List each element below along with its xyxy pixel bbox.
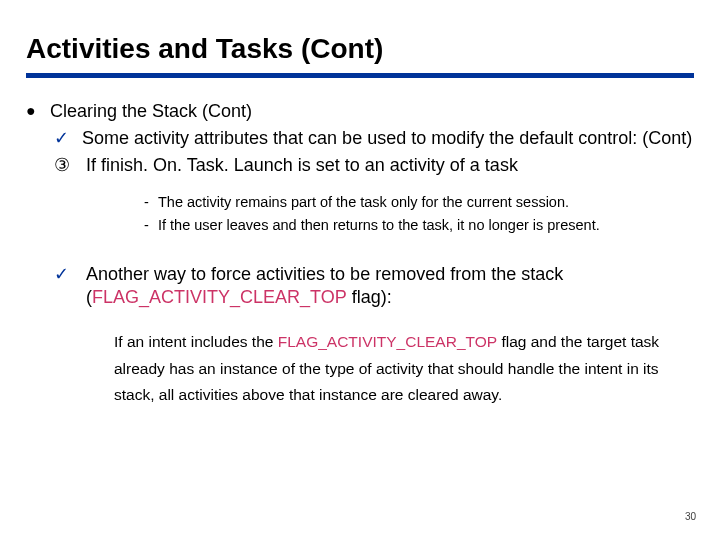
bullet-level1: ✓ Some activity attributes that can be u… <box>54 127 694 150</box>
bullet-dot-icon: ● <box>26 100 50 122</box>
check-icon: ✓ <box>54 127 82 150</box>
text-fragment: If an intent includes the <box>114 333 278 350</box>
dash-text: If the user leaves and then returns to t… <box>158 214 694 237</box>
content-area: ● Clearing the Stack (Cont) ✓ Some activ… <box>26 100 694 409</box>
slide-title: Activities and Tasks (Cont) <box>26 34 694 65</box>
check-icon: ✓ <box>54 263 86 286</box>
bullet-text: Another way to force activities to be re… <box>86 263 694 309</box>
circled-3-icon: ③ <box>54 154 86 177</box>
text-fragment: flag): <box>347 287 392 307</box>
bullet-level0: ● Clearing the Stack (Cont) <box>26 100 694 123</box>
dash-icon: - <box>144 191 158 214</box>
explanation-paragraph: If an intent includes the FLAG_ACTIVITY_… <box>114 329 694 408</box>
bullet-level1-numbered: ③ If finish. On. Task. Launch is set to … <box>54 154 694 177</box>
page-number: 30 <box>685 511 696 522</box>
flag-name: FLAG_ACTIVITY_CLEAR_TOP <box>92 287 347 307</box>
dash-icon: - <box>144 214 158 237</box>
bullet-text: Clearing the Stack (Cont) <box>50 100 694 123</box>
slide: Activities and Tasks (Cont) ● Clearing t… <box>0 0 720 540</box>
bullet-text: If finish. On. Task. Launch is set to an… <box>86 154 694 177</box>
title-underline <box>26 73 694 78</box>
bullet-text: Some activity attributes that can be use… <box>82 127 694 150</box>
dash-item: - The activity remains part of the task … <box>144 191 694 214</box>
sub-dash-block: - The activity remains part of the task … <box>144 191 694 237</box>
dash-item: - If the user leaves and then returns to… <box>144 214 694 237</box>
bullet-level1: ✓ Another way to force activities to be … <box>54 263 694 309</box>
flag-name: FLAG_ACTIVITY_CLEAR_TOP <box>278 333 497 350</box>
dash-text: The activity remains part of the task on… <box>158 191 694 214</box>
